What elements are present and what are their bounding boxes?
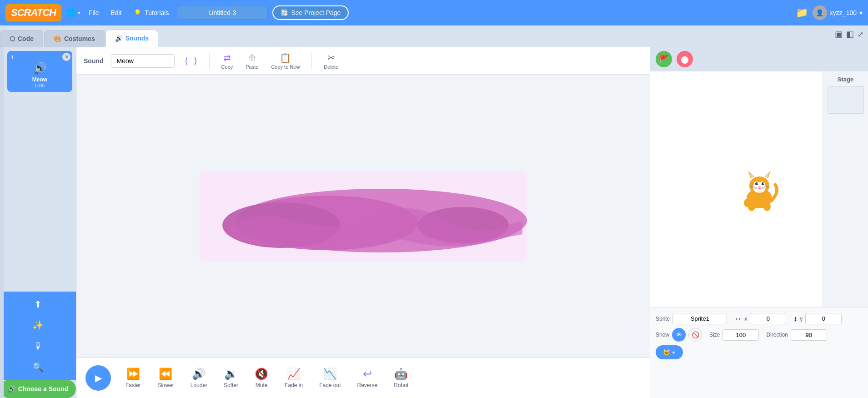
sounds-icon: 🔊 [115,35,123,42]
scissors-icon: ✂ [327,52,335,63]
fade-out-button[interactable]: 📉 Fade out [316,366,344,390]
sprite-row-2: Show 👁 🚫 Size Direction [656,328,863,342]
user-menu-button[interactable]: 👤 xyzz_100 ▾ [813,5,863,20]
fade-in-button[interactable]: 📈 Fade in [281,366,306,390]
username-label: xyzz_100 [830,9,857,16]
see-project-page-button[interactable]: 🔄 See Project Page [272,5,349,20]
globe-button[interactable]: 🌐 ▾ [66,8,80,18]
copy-icon: ⇄ [223,52,231,63]
size-field: Size [709,329,759,341]
surprise-button[interactable]: ✨ [30,317,46,333]
tab-code[interactable]: ⬡ Code [0,30,43,47]
direction-field: Direction [766,329,827,341]
reverse-button[interactable]: ↩ Reverse [354,366,381,390]
redo-button[interactable]: ⟩ [191,54,200,68]
folder-button[interactable]: 📁 [796,7,808,19]
sound-list: 1 ✕ 🔊 Meow 0.85 [4,47,76,173]
sprite-panel: Sprite ↔ x ↕ y Show 👁 [650,307,868,398]
reverse-icon: ↩ [363,368,372,380]
svg-point-16 [757,183,758,184]
scratch-logo[interactable]: SCRATCH [5,4,61,21]
stage-label-panel: Stage [823,71,868,307]
stage-label: Stage [838,76,853,83]
stage-controls-bar: 🚩 ⬤ [650,47,868,71]
flag-icon: 🚩 [659,54,669,64]
play-icon: ▶ [95,373,102,383]
left-panel: 1 ✕ 🔊 Meow 0.85 ⬆ ✨ 🎙 🔍 🔊 Choose a Sound [0,47,76,398]
fullscreen-button[interactable]: ⤢ [858,30,863,39]
sound-item-size: 0.85 [35,83,45,88]
faster-icon: ⏩ [126,368,140,380]
choose-sound-speaker-icon: 🔊 [8,385,15,393]
slower-button[interactable]: ⏪ Slower [154,366,178,390]
paste-button[interactable]: ⟰ Paste [243,50,261,71]
project-title-input[interactable] [177,6,268,20]
x-input[interactable] [750,313,786,324]
play-button[interactable]: ▶ [85,365,111,391]
choose-sound-button[interactable]: 🔊 Choose a Sound [0,380,76,398]
show-button[interactable]: 👁 [672,328,686,342]
x-arrow-icon: ↔ [734,315,742,323]
tutorials-button[interactable]: 💡 Tutorials [130,7,173,18]
show-label: Show [656,332,669,338]
sprite-x-field: ↔ x [734,313,786,324]
size-label: Size [709,332,720,338]
hide-button[interactable]: 🚫 [688,328,702,342]
main-layout: 1 ✕ 🔊 Meow 0.85 ⬆ ✨ 🎙 🔍 🔊 Choose a Sound… [0,47,868,398]
costumes-icon: 🎨 [54,35,61,42]
svg-point-15 [762,182,764,185]
lightbulb-icon: 💡 [134,9,141,16]
tab-sounds[interactable]: 🔊 Sounds [105,30,158,47]
sound-item-delete-button[interactable]: ✕ [62,53,70,61]
sound-list-item[interactable]: 1 ✕ 🔊 Meow 0.85 [7,51,72,92]
mute-icon: 🔇 [255,368,268,380]
svg-point-14 [755,182,758,185]
file-menu-button[interactable]: File [85,7,103,18]
y-input[interactable] [805,313,842,324]
undo-redo-group: ⟨ ⟩ [182,54,200,68]
copy-button[interactable]: ⇄ Copy [219,50,236,71]
avatar: 👤 [813,5,827,20]
sprite-name-field: Sprite [656,313,727,324]
eye-closed-icon: 🚫 [692,331,699,338]
upload-sound-button[interactable]: ⬆ [30,296,46,312]
sprite-name-input[interactable] [672,313,727,324]
paste-icon: ⟰ [248,52,256,63]
direction-label: Direction [766,332,788,338]
edit-menu-button[interactable]: Edit [107,7,125,18]
search-button[interactable]: 🔍 [30,359,46,375]
size-input[interactable] [722,329,759,341]
green-flag-button[interactable]: 🚩 [656,51,672,67]
tab-costumes[interactable]: 🎨 Costumes [44,30,105,47]
copy-to-new-button[interactable]: 📋 Copy to New [268,50,302,71]
sound-item-speaker-icon: 🔊 [33,62,47,75]
sound-item-name: Meow [32,76,47,83]
robot-button[interactable]: 🤖 Robot [390,366,412,390]
direction-input[interactable] [791,329,827,341]
record-button[interactable]: 🎙 [30,338,46,354]
toolbar-divider-2 [311,53,312,69]
cat-sprite [734,166,784,212]
sound-field-label: Sound [84,57,104,65]
sound-name-input[interactable] [111,54,175,68]
faster-button[interactable]: ⏩ Faster [122,366,145,390]
code-icon: ⬡ [10,35,15,42]
layout-toggle-1[interactable]: ▣ [835,29,843,39]
sprite-row-1: Sprite ↔ x ↕ y [656,313,863,324]
louder-button[interactable]: 🔊 Louder [187,366,211,390]
left-toolbar: ⬆ ✨ 🎙 🔍 [0,292,76,380]
undo-button[interactable]: ⟨ [182,54,191,68]
stop-button[interactable]: ⬤ [677,51,693,67]
waveform-area[interactable] [76,75,650,358]
delete-button[interactable]: ✂ Delete [321,50,341,71]
layout-toggle-2[interactable]: ◧ [846,29,854,39]
globe-icon: 🌐 [66,8,76,18]
softer-button[interactable]: 🔉 Softer [220,366,242,390]
add-sprite-button[interactable]: 🐱 + [656,345,683,359]
mute-button[interactable]: 🔇 Mute [251,366,272,390]
globe-chevron: ▾ [78,10,80,16]
copy-to-new-icon: 📋 [280,52,291,63]
sprite-name-label: Sprite [656,316,670,322]
x-label: x [744,316,747,322]
eye-open-icon: 👁 [676,331,682,338]
